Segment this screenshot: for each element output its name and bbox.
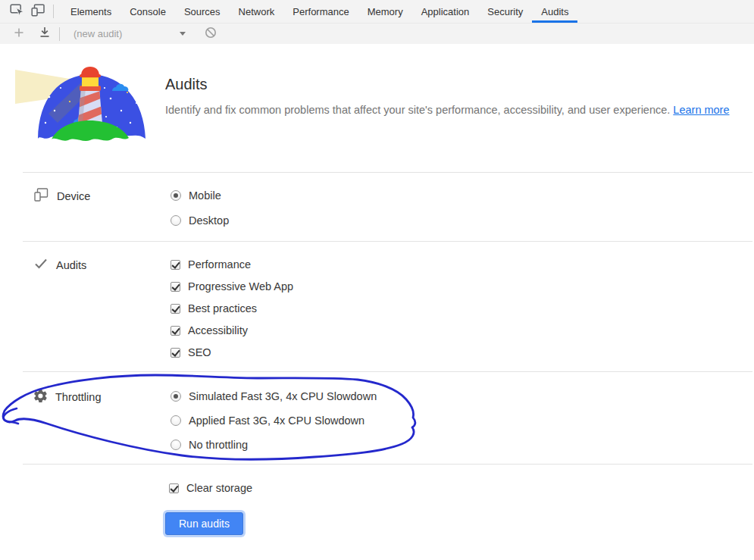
radio-no-throttling[interactable] (171, 440, 181, 450)
audit-select-value: (new audit) (74, 28, 122, 39)
audits-label: Audits (56, 259, 86, 271)
throttling-option-simulated[interactable]: Simulated Fast 3G, 4x CPU Slowdown (171, 389, 377, 404)
radio-mobile[interactable] (171, 190, 181, 201)
new-audit-button[interactable] (9, 25, 29, 43)
devtools-window: Elements Console Sources Network Perform… (0, 0, 754, 560)
radio-simulated-fast-3g[interactable] (171, 391, 181, 402)
checkbox-performance-label: Performance (188, 258, 251, 271)
throttling-section-label: Throttling (34, 389, 101, 405)
tab-sources[interactable]: Sources (175, 0, 230, 23)
device-toolbar-icon (31, 4, 45, 20)
inspect-cursor-icon (10, 4, 24, 20)
page-description: Identify and fix common problems that af… (165, 104, 730, 116)
tab-application[interactable]: Application (412, 0, 479, 23)
checkbox-performance[interactable] (171, 260, 180, 270)
phone-tablet-icon (34, 188, 48, 205)
learn-more-link[interactable]: Learn more (673, 104, 729, 116)
audit-option-performance[interactable]: Performance (171, 257, 293, 272)
clear-audits-button[interactable] (201, 25, 221, 43)
toolbar-separator (53, 5, 54, 18)
checkbox-seo-label: SEO (188, 346, 211, 358)
audits-start-view: Audits Identify and fix common problems … (0, 44, 754, 560)
tab-security[interactable]: Security (478, 0, 532, 23)
radio-no-throttling-label: No throttling (189, 439, 248, 451)
lighthouse-logo (15, 67, 149, 146)
audit-option-seo[interactable]: SEO (171, 345, 293, 360)
run-audits-button[interactable]: Run audits (165, 512, 243, 535)
tabbar-tools (0, 0, 58, 23)
checkbox-accessibility[interactable] (171, 326, 180, 336)
clear-storage-label: Clear storage (186, 482, 252, 494)
checkbox-pwa[interactable] (171, 282, 180, 292)
inspect-element-button[interactable] (6, 2, 27, 21)
download-icon (39, 27, 50, 41)
audit-option-pwa[interactable]: Progressive Web App (171, 279, 293, 294)
throttling-label: Throttling (55, 391, 101, 403)
tab-console[interactable]: Console (120, 0, 175, 23)
throttling-options: Simulated Fast 3G, 4x CPU Slowdown Appli… (171, 389, 377, 461)
devtools-tabbar: Elements Console Sources Network Perform… (0, 0, 754, 23)
chevron-down-icon (180, 32, 186, 36)
radio-desktop-label: Desktop (189, 214, 229, 227)
storage-options: Clear storage (171, 482, 252, 494)
section-divider (23, 371, 752, 372)
tab-network[interactable]: Network (230, 0, 284, 23)
description-text: Identify and fix common problems that af… (165, 104, 670, 116)
checkbox-accessibility-label: Accessibility (188, 324, 248, 336)
page-title: Audits (165, 76, 208, 93)
toolbar-separator (59, 27, 60, 41)
device-section-label: Device (34, 189, 90, 204)
throttling-option-none[interactable]: No throttling (171, 437, 377, 452)
tab-memory[interactable]: Memory (358, 0, 412, 23)
device-options: Mobile Desktop (171, 188, 229, 238)
tab-performance[interactable]: Performance (283, 0, 358, 23)
section-divider (23, 172, 752, 173)
devtools-tabs: Elements Console Sources Network Perform… (61, 0, 577, 23)
radio-mobile-label: Mobile (189, 189, 221, 202)
radio-applied-fast-3g[interactable] (171, 415, 181, 426)
plus-icon (14, 27, 24, 41)
audit-option-best-practices[interactable]: Best practices (171, 301, 293, 316)
checkbox-best-practices-label: Best practices (188, 302, 257, 314)
audit-category-options: Performance Progressive Web App Best pra… (171, 257, 293, 367)
tab-audits[interactable]: Audits (532, 0, 577, 23)
block-icon (205, 27, 217, 42)
checkbox-clear-storage[interactable] (169, 483, 179, 493)
radio-applied-label: Applied Fast 3G, 4x CPU Slowdown (189, 415, 364, 427)
throttling-option-applied[interactable]: Applied Fast 3G, 4x CPU Slowdown (171, 413, 377, 428)
audit-select-dropdown[interactable]: (new audit) (69, 26, 190, 42)
section-divider (23, 241, 752, 242)
device-option-desktop[interactable]: Desktop (171, 213, 229, 228)
checkbox-best-practices[interactable] (171, 304, 180, 314)
checkbox-seo[interactable] (171, 348, 180, 358)
gear-icon (34, 389, 47, 405)
audit-option-accessibility[interactable]: Accessibility (171, 323, 293, 338)
section-divider (23, 464, 752, 465)
radio-simulated-label: Simulated Fast 3G, 4x CPU Slowdown (189, 390, 377, 402)
checkmark-icon (34, 258, 48, 273)
device-toolbar-button[interactable] (27, 2, 48, 21)
clear-storage-option[interactable]: Clear storage (169, 482, 252, 494)
download-report-button[interactable] (35, 25, 55, 43)
device-label: Device (57, 190, 90, 202)
tab-elements[interactable]: Elements (61, 0, 120, 23)
audits-toolbar: (new audit) (0, 23, 754, 45)
checkbox-pwa-label: Progressive Web App (188, 280, 293, 293)
audits-section-label: Audits (34, 258, 86, 273)
device-option-mobile[interactable]: Mobile (171, 188, 229, 203)
radio-desktop[interactable] (171, 215, 181, 226)
